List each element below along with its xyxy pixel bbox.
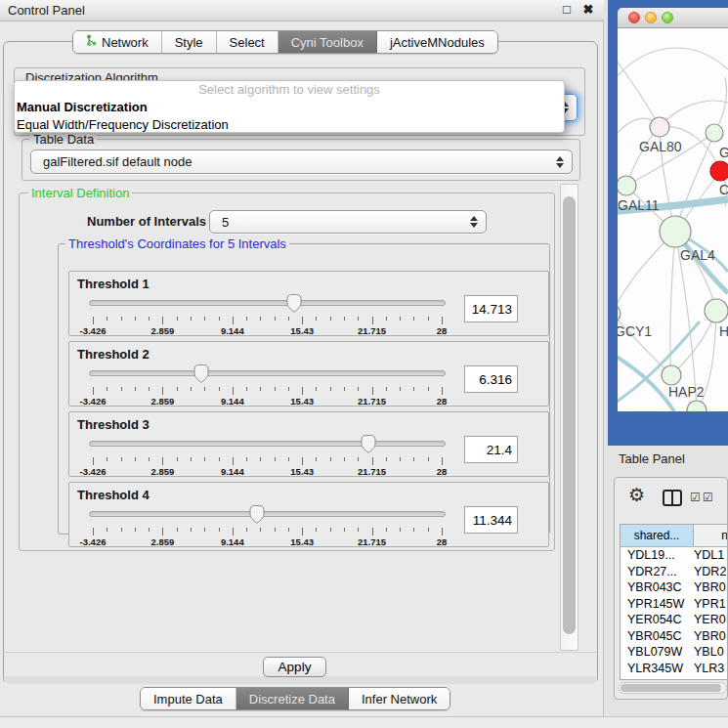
slider-tick bbox=[177, 528, 178, 532]
slider-tick bbox=[191, 387, 192, 391]
mac-minimize-button[interactable] bbox=[645, 12, 657, 23]
slider-tick bbox=[246, 528, 247, 532]
number-of-intervals-combobox[interactable]: 5 bbox=[209, 210, 487, 234]
slider-track[interactable] bbox=[89, 300, 446, 306]
slider-tick bbox=[372, 528, 373, 535]
node-bottom-partial[interactable] bbox=[687, 401, 707, 411]
slider-scale: -3.4262.8599.14415.4321.71528 bbox=[93, 396, 442, 407]
slider-thumb[interactable] bbox=[248, 504, 266, 525]
slider-tick bbox=[413, 528, 414, 532]
slider-tick bbox=[191, 457, 192, 461]
node-top-right[interactable] bbox=[706, 124, 723, 142]
slider-track[interactable] bbox=[89, 441, 446, 447]
slider-tick bbox=[107, 387, 107, 391]
slider-tick bbox=[219, 528, 220, 532]
mac-close-button[interactable] bbox=[628, 12, 640, 23]
close-window-icon[interactable]: ✖ bbox=[580, 2, 596, 17]
slider-scale-label: 15.43 bbox=[290, 536, 314, 547]
node-highlighted-red[interactable] bbox=[710, 161, 728, 181]
threshold-4-slider[interactable]: -3.4262.8599.14415.4321.71528 bbox=[93, 504, 442, 543]
slider-tick bbox=[191, 528, 192, 532]
slider-scale-label: -3.426 bbox=[80, 536, 107, 547]
slider-thumb[interactable] bbox=[285, 293, 303, 314]
threshold-1-slider[interactable]: -3.4262.8599.14415.4321.71528 bbox=[93, 293, 442, 332]
slider-track[interactable] bbox=[89, 370, 446, 376]
threshold-4-value-field[interactable] bbox=[464, 506, 518, 534]
threshold-coordinates-group-title: Threshold's Coordinates for 5 Intervals bbox=[65, 236, 289, 251]
threshold-2-value-field[interactable] bbox=[464, 365, 518, 393]
gear-icon[interactable]: ⚙ bbox=[628, 486, 645, 504]
slider-tick bbox=[275, 528, 276, 532]
threshold-1-value-field[interactable] bbox=[464, 295, 518, 322]
threshold-2-slider[interactable]: -3.4262.8599.14415.4321.71528 bbox=[93, 364, 442, 403]
settings-scrollbar[interactable] bbox=[560, 184, 578, 651]
node-gal11[interactable] bbox=[618, 176, 636, 195]
tab-cyni-toolbox[interactable]: Cyni Toolbox bbox=[278, 31, 377, 53]
node-mid-right[interactable] bbox=[705, 299, 728, 322]
threshold-3-slider[interactable]: -3.4262.8599.14415.4321.71528 bbox=[93, 434, 442, 473]
slider-scale-label: 2.859 bbox=[151, 325, 175, 336]
algorithm-placeholder-item[interactable]: Select algorithm to view settings bbox=[15, 81, 564, 99]
slider-tick bbox=[177, 387, 178, 391]
network-canvas[interactable]: GAL80 GA GAL11 C GAL4 GCY1 H HAP2 bbox=[618, 28, 728, 411]
slider-tick bbox=[162, 457, 163, 465]
control-panel-tabbar: Network Style Select Cyni Toolbox jActiv… bbox=[72, 30, 498, 54]
algorithm-item-manual[interactable]: Manual Discretization bbox=[15, 99, 564, 116]
table-row[interactable]: YDR27...YDR2 bbox=[621, 565, 728, 581]
node-gcy1[interactable] bbox=[618, 305, 621, 322]
column-header-name[interactable]: n bbox=[694, 525, 728, 546]
column-layout-icon[interactable] bbox=[663, 490, 682, 506]
combo-arrows-icon bbox=[555, 156, 564, 168]
cell-shared-name: YER054C bbox=[621, 613, 694, 629]
tab-infer-network[interactable]: Infer Network bbox=[349, 688, 450, 709]
table-row[interactable]: YER054CYER0 bbox=[621, 613, 728, 629]
slider-scale-label: 15.43 bbox=[290, 466, 314, 477]
table-row[interactable]: YPR145WYPR1 bbox=[621, 597, 728, 614]
slider-scale-label: 15.43 bbox=[290, 325, 314, 336]
slider-tick bbox=[162, 387, 163, 395]
table-data-combobox[interactable]: galFiltered.sif default node bbox=[30, 150, 573, 174]
checkbox-icon[interactable]: ☑ bbox=[690, 492, 701, 503]
column-header-shared-name[interactable]: shared... bbox=[621, 525, 694, 546]
mac-zoom-button[interactable] bbox=[662, 12, 673, 23]
slider-tick bbox=[413, 317, 414, 321]
slider-tick bbox=[358, 457, 359, 461]
slider-tick bbox=[372, 317, 373, 324]
slider-tick bbox=[316, 528, 317, 532]
table-row[interactable]: YBR045CYBR0 bbox=[621, 629, 728, 646]
slider-thumb[interactable] bbox=[193, 364, 210, 384]
number-of-intervals-label: Number of Intervals bbox=[84, 214, 209, 229]
slider-thumb[interactable] bbox=[360, 434, 377, 454]
table-row[interactable]: YIL052CYIL0 bbox=[621, 677, 728, 679]
slider-scale-label: 21.715 bbox=[358, 466, 386, 477]
slider-tick bbox=[344, 317, 345, 321]
cell-name: YER0 bbox=[694, 613, 728, 629]
node-gal80[interactable] bbox=[650, 117, 669, 137]
slider-scale-label: -3.426 bbox=[80, 466, 107, 477]
node-label-partial-low: H bbox=[719, 323, 728, 339]
table-row[interactable]: YBR043CYBR0 bbox=[621, 580, 728, 597]
slider-tick bbox=[386, 387, 387, 391]
slider-tick bbox=[428, 528, 429, 532]
tab-style[interactable]: Style bbox=[162, 31, 217, 53]
tab-select[interactable]: Select bbox=[217, 31, 278, 53]
node-label-gal4: GAL4 bbox=[680, 247, 715, 263]
slider-tick bbox=[219, 317, 220, 321]
node-gal4[interactable] bbox=[660, 216, 691, 247]
algorithm-item-equal-width[interactable]: Equal Width/Frequency Discretization bbox=[15, 116, 564, 133]
table-row[interactable]: YBL079WYBL0 bbox=[621, 645, 728, 662]
slider-track[interactable] bbox=[89, 511, 446, 517]
slider-tick bbox=[330, 457, 331, 461]
tab-impute-data[interactable]: Impute Data bbox=[141, 688, 236, 709]
tab-network[interactable]: Network bbox=[73, 31, 162, 53]
threshold-3-value-field[interactable] bbox=[464, 436, 518, 463]
apply-button[interactable]: Apply bbox=[263, 657, 326, 677]
tab-discretize-data[interactable]: Discretize Data bbox=[236, 688, 349, 709]
table-row[interactable]: YDL19...YDL1 bbox=[621, 548, 728, 565]
float-window-icon[interactable]: □ bbox=[559, 2, 575, 17]
table-horizontal-scrollbar[interactable] bbox=[618, 682, 727, 694]
table-row[interactable]: YLR345WYLR3 bbox=[621, 662, 728, 678]
tab-jactivemnodules[interactable]: jActiveMNodules bbox=[377, 31, 497, 53]
node-hap2[interactable] bbox=[662, 365, 681, 385]
checkbox-icon[interactable]: ☑ bbox=[703, 492, 713, 503]
